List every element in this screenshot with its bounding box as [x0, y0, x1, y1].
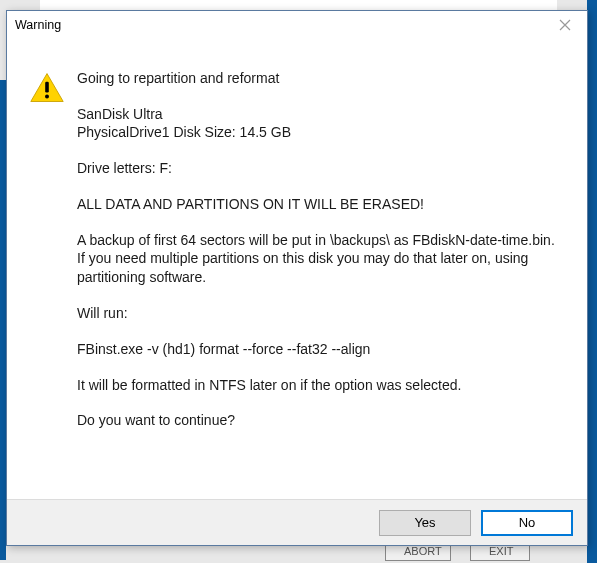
dialog-content: Going to repartition and reformat SanDis…: [7, 39, 587, 499]
erase-warning: ALL DATA AND PARTITIONS ON IT WILL BE ER…: [77, 195, 565, 214]
background-accent-right: [587, 0, 597, 563]
ntfs-note: It will be formatted in NTFS later on if…: [77, 376, 565, 395]
device-name: SanDisk Ultra: [77, 105, 565, 123]
yes-button[interactable]: Yes: [379, 510, 471, 536]
warning-dialog: Warning Going to repartition and reforma…: [6, 10, 588, 546]
message-text: Going to repartition and reformat SanDis…: [77, 69, 565, 479]
dialog-title: Warning: [15, 18, 61, 32]
no-button[interactable]: No: [481, 510, 573, 536]
continue-question: Do you want to continue?: [77, 411, 565, 430]
will-run-label: Will run:: [77, 304, 565, 323]
warning-icon: [29, 71, 77, 108]
heading-line: Going to repartition and reformat: [77, 69, 565, 88]
svg-point-1: [45, 95, 49, 99]
close-button[interactable]: [547, 15, 583, 35]
svg-rect-0: [45, 82, 49, 93]
backup-info-1: A backup of first 64 sectors will be put…: [77, 231, 565, 249]
titlebar: Warning: [7, 11, 587, 39]
drive-letters: Drive letters: F:: [77, 159, 565, 178]
close-icon: [559, 19, 571, 31]
command-line: FBinst.exe -v (hd1) format --force --fat…: [77, 340, 565, 359]
button-bar: Yes No: [7, 499, 587, 545]
backup-info-2: If you need multiple partitions on this …: [77, 249, 565, 287]
icon-column: [29, 69, 77, 479]
drive-info: PhysicalDrive1 Disk Size: 14.5 GB: [77, 123, 565, 142]
